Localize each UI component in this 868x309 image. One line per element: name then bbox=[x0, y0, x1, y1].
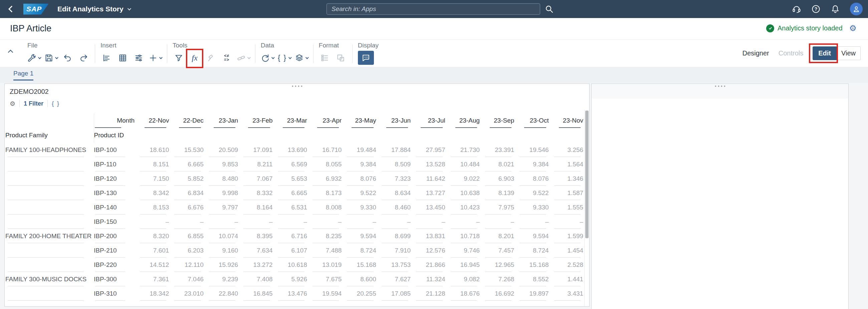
product-family-cell[interactable]: FAMILY 300-MUSIC DOCKS bbox=[5, 272, 94, 286]
value-cell[interactable]: 9.160 bbox=[204, 243, 238, 257]
value-cell[interactable]: 8.600 bbox=[342, 272, 376, 286]
value-cell[interactable]: 8.211 bbox=[238, 157, 272, 171]
value-cell[interactable]: 20.255 bbox=[342, 286, 376, 301]
value-cell[interactable]: 9.384 bbox=[514, 157, 549, 171]
product-family-cell[interactable] bbox=[5, 257, 94, 272]
value-cell[interactable]: 13.727 bbox=[411, 186, 445, 200]
value-cell[interactable]: 13.272 bbox=[238, 257, 272, 272]
comment-mode-button[interactable] bbox=[358, 51, 374, 65]
value-cell[interactable]: 6.903 bbox=[480, 171, 514, 186]
value-cell[interactable]: 18.610 bbox=[134, 143, 169, 157]
value-cell[interactable]: 13.690 bbox=[273, 143, 307, 157]
product-id-cell[interactable]: IBP-200 bbox=[94, 229, 134, 243]
value-cell[interactable]: 7.046 bbox=[169, 272, 203, 286]
value-cell[interactable]: 7.408 bbox=[238, 272, 272, 286]
value-cell[interactable]: 9.082 bbox=[445, 272, 480, 286]
value-cell[interactable]: 5.852 bbox=[169, 171, 203, 186]
value-cell[interactable]: 1.555 bbox=[549, 200, 583, 215]
value-cell[interactable]: 18.342 bbox=[134, 286, 169, 301]
value-cell[interactable]: 7.910 bbox=[376, 243, 411, 257]
value-cell[interactable]: 13.450 bbox=[411, 200, 445, 215]
month-column-header[interactable]: 23-Jan bbox=[204, 113, 238, 128]
value-cell[interactable]: – bbox=[445, 215, 480, 229]
value-cell[interactable]: – bbox=[238, 215, 272, 229]
avatar[interactable] bbox=[850, 3, 863, 16]
month-column-header[interactable]: 23-Oct bbox=[514, 113, 549, 128]
value-cell[interactable]: 23.391 bbox=[480, 143, 514, 157]
value-cell[interactable]: 6.855 bbox=[169, 229, 203, 243]
product-family-cell[interactable] bbox=[5, 171, 94, 186]
value-cell[interactable]: 6.665 bbox=[273, 186, 307, 200]
value-cell[interactable]: 8.021 bbox=[480, 157, 514, 171]
value-cell[interactable]: 12.576 bbox=[411, 243, 445, 257]
value-cell[interactable]: 6.203 bbox=[169, 243, 203, 257]
value-cell[interactable]: 22.840 bbox=[204, 286, 238, 301]
value-cell[interactable]: 10.423 bbox=[445, 200, 480, 215]
value-cell[interactable]: 13.476 bbox=[273, 286, 307, 301]
value-cell[interactable]: 9.746 bbox=[445, 243, 480, 257]
app-title-menu[interactable]: Edit Analytics Story bbox=[57, 5, 130, 13]
value-cell[interactable]: 9.522 bbox=[514, 186, 549, 200]
value-cell[interactable]: 7.627 bbox=[376, 272, 411, 286]
value-cell[interactable]: – bbox=[480, 215, 514, 229]
value-cell[interactable]: 9.239 bbox=[204, 272, 238, 286]
value-cell[interactable]: 16.692 bbox=[480, 286, 514, 301]
file-menu-button[interactable] bbox=[27, 51, 40, 65]
designer-button[interactable]: Designer bbox=[742, 50, 769, 57]
value-cell[interactable]: 16.845 bbox=[238, 286, 272, 301]
month-column-header[interactable]: 23-May bbox=[342, 113, 376, 128]
value-cell[interactable]: 15.926 bbox=[204, 257, 238, 272]
value-cell[interactable]: 17.091 bbox=[238, 143, 272, 157]
value-cell[interactable]: 9.594 bbox=[514, 229, 549, 243]
value-cell[interactable]: 7.601 bbox=[134, 243, 169, 257]
value-cell[interactable]: – bbox=[169, 215, 203, 229]
value-cell[interactable]: 5.926 bbox=[273, 272, 307, 286]
value-cell[interactable]: 7.634 bbox=[238, 243, 272, 257]
product-id-cell[interactable]: IBP-130 bbox=[94, 186, 134, 200]
collapse-toolbar-icon[interactable] bbox=[8, 50, 13, 55]
value-cell[interactable]: 8.076 bbox=[514, 171, 549, 186]
value-cell[interactable]: 10.484 bbox=[445, 157, 480, 171]
table-widget[interactable]: ZDEMO2002 ⚙ 1 Filter { } Month 22-Nov22-… bbox=[4, 84, 590, 307]
value-cell[interactable]: 8.008 bbox=[307, 200, 342, 215]
value-cell[interactable]: 23.010 bbox=[169, 286, 203, 301]
value-cell[interactable]: – bbox=[134, 215, 169, 229]
insert-chart-button[interactable] bbox=[100, 51, 113, 65]
search-input[interactable] bbox=[327, 3, 540, 15]
value-cell[interactable]: 16.710 bbox=[307, 143, 342, 157]
product-id-cell[interactable]: IBP-120 bbox=[94, 171, 134, 186]
value-cell[interactable]: 8.724 bbox=[514, 243, 549, 257]
formula-button[interactable]: fx bbox=[189, 51, 200, 65]
support-icon[interactable] bbox=[792, 4, 801, 14]
month-column-header[interactable]: 22-Nov bbox=[134, 113, 169, 128]
month-column-header[interactable]: 23-Apr bbox=[307, 113, 342, 128]
product-id-cell[interactable]: IBP-140 bbox=[94, 200, 134, 215]
month-column-header[interactable]: 23-Sep bbox=[480, 113, 514, 128]
product-id-cell[interactable]: IBP-210 bbox=[94, 243, 134, 257]
value-cell[interactable]: 9.594 bbox=[342, 229, 376, 243]
value-cell[interactable]: 8.634 bbox=[376, 186, 411, 200]
value-cell[interactable]: – bbox=[376, 215, 411, 229]
value-cell[interactable]: 9.522 bbox=[342, 186, 376, 200]
value-cell[interactable]: – bbox=[514, 215, 549, 229]
product-family-header[interactable]: Product Family bbox=[5, 128, 94, 143]
value-cell[interactable]: 8.076 bbox=[342, 171, 376, 186]
value-cell[interactable]: 6.716 bbox=[273, 229, 307, 243]
value-cell[interactable]: 13.019 bbox=[307, 257, 342, 272]
value-cell[interactable]: 13.753 bbox=[376, 257, 411, 272]
value-cell[interactable]: 9.022 bbox=[445, 171, 480, 186]
value-cell[interactable]: 1.454 bbox=[549, 243, 583, 257]
value-cell[interactable]: 6.676 bbox=[169, 200, 203, 215]
undo-button[interactable] bbox=[61, 51, 73, 65]
product-family-cell[interactable]: FAMILY 100-HEADPHONES bbox=[5, 143, 94, 157]
value-cell[interactable]: 14.512 bbox=[134, 257, 169, 272]
value-cell[interactable]: 9.797 bbox=[204, 200, 238, 215]
help-icon[interactable]: ? bbox=[811, 4, 820, 14]
value-cell[interactable]: 3.431 bbox=[549, 286, 583, 301]
value-cell[interactable]: 8.480 bbox=[204, 171, 238, 186]
value-cell[interactable]: 7.975 bbox=[480, 200, 514, 215]
value-cell[interactable]: 8.699 bbox=[376, 229, 411, 243]
value-cell[interactable]: – bbox=[204, 215, 238, 229]
product-id-cell[interactable]: IBP-300 bbox=[94, 272, 134, 286]
value-cell[interactable]: – bbox=[549, 215, 583, 229]
